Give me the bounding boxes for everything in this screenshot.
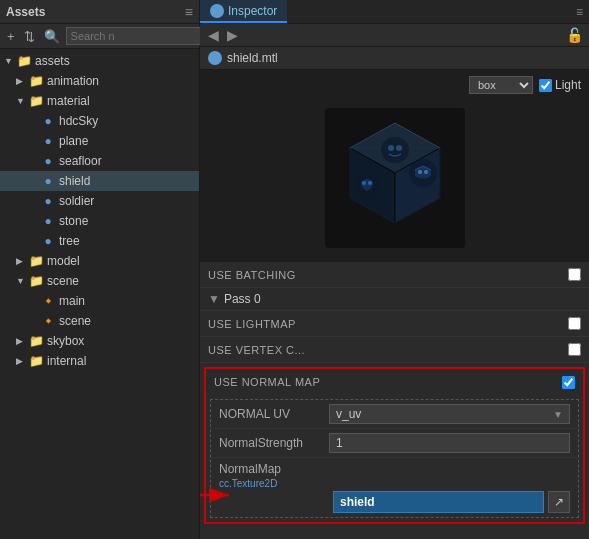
inspector-tab-icon — [210, 4, 224, 18]
svg-point-8 — [396, 145, 402, 151]
use-vertex-label: USE VERTEX C... — [208, 344, 568, 356]
normal-map-pick-button[interactable]: ↗ — [548, 491, 570, 513]
tree-item-soldier[interactable]: ● soldier — [0, 191, 199, 211]
assets-panel: Assets ≡ + ⇅ 🔍 ↖ ↻ ▼ 📁 assets ▶ 📁 animat… — [0, 0, 200, 539]
tree-item-animation[interactable]: ▶ 📁 animation — [0, 71, 199, 91]
normal-map-texture-input[interactable] — [333, 491, 544, 513]
label-assets: assets — [35, 54, 70, 68]
nav-forward-button[interactable]: ▶ — [225, 27, 240, 43]
label-main: main — [59, 294, 85, 308]
normal-strength-input[interactable] — [329, 433, 570, 453]
use-normal-map-checkbox[interactable] — [562, 376, 575, 389]
3d-preview-container — [208, 98, 581, 258]
label-scene-folder: scene — [47, 274, 79, 288]
normal-uv-label: NORMAL UV — [219, 407, 329, 421]
inspector-menu-icon[interactable]: ≡ — [576, 5, 589, 19]
normal-uv-row: NORMAL UV v_uv ▼ — [211, 400, 578, 429]
tree-item-internal[interactable]: ▶ 📁 internal — [0, 351, 199, 371]
nav-arrows: ◀ ▶ — [206, 27, 240, 43]
use-lightmap-label: USE LIGHTMAP — [208, 318, 568, 330]
tree-item-assets[interactable]: ▼ 📁 assets — [0, 51, 199, 71]
folder-icon-skybox: 📁 — [28, 333, 44, 349]
texture-type-hint: cc.Texture2D — [219, 478, 570, 489]
cube-preview-svg — [325, 108, 465, 248]
light-toggle-label[interactable]: Light — [539, 78, 581, 92]
folder-icon-assets: 📁 — [16, 53, 32, 69]
file-icon-stone: ● — [40, 213, 56, 229]
use-batching-checkbox[interactable] — [568, 268, 581, 281]
normal-map-texture-row: NormalMap cc.Texture2D ↗ — [211, 458, 578, 517]
arrow-scene-folder: ▼ — [16, 276, 28, 286]
svg-point-11 — [368, 181, 372, 185]
arrow-assets: ▼ — [4, 56, 16, 66]
folder-icon-animation: 📁 — [28, 73, 44, 89]
tree-item-shield[interactable]: ● shield — [0, 171, 199, 191]
normal-strength-row: NormalStrength — [211, 429, 578, 458]
label-hdcsky: hdcSky — [59, 114, 98, 128]
use-vertex-checkbox[interactable] — [568, 343, 581, 356]
tree-item-skybox[interactable]: ▶ 📁 skybox — [0, 331, 199, 351]
file-icon-soldier: ● — [40, 193, 56, 209]
label-skybox: skybox — [47, 334, 84, 348]
preview-type-select[interactable]: box sphere plane — [469, 76, 533, 94]
use-vertex-row: USE VERTEX C... — [200, 337, 589, 363]
search-button[interactable]: 🔍 — [41, 29, 63, 44]
use-lightmap-checkbox[interactable] — [568, 317, 581, 330]
assets-panel-header: Assets ≡ — [0, 0, 199, 24]
use-batching-label: USE BATCHING — [208, 269, 568, 281]
label-animation: animation — [47, 74, 99, 88]
svg-point-13 — [418, 170, 422, 174]
tree-item-main[interactable]: 🔸 main — [0, 291, 199, 311]
arrow-model: ▶ — [16, 256, 28, 266]
preview-controls: box sphere plane Light — [469, 76, 581, 94]
light-checkbox[interactable] — [539, 79, 552, 92]
assets-toolbar: + ⇅ 🔍 ↖ ↻ — [0, 24, 199, 49]
label-scene-item: scene — [59, 314, 91, 328]
normal-map-header-label: USE NORMAL MAP — [214, 376, 562, 388]
light-label: Light — [555, 78, 581, 92]
tree-item-stone[interactable]: ● stone — [0, 211, 199, 231]
label-material: material — [47, 94, 90, 108]
normal-strength-value — [329, 433, 570, 453]
tree-item-plane[interactable]: ● plane — [0, 131, 199, 151]
inspector-toolbar: ◀ ▶ 🔓 — [200, 24, 589, 47]
inspector-tab-label: Inspector — [228, 4, 277, 18]
label-model: model — [47, 254, 80, 268]
label-tree: tree — [59, 234, 80, 248]
tree-item-seafloor[interactable]: ● seafloor — [0, 151, 199, 171]
normal-uv-value: v_uv ▼ — [329, 404, 570, 424]
tree-item-tree[interactable]: ● tree — [0, 231, 199, 251]
arrow-skybox: ▶ — [16, 336, 28, 346]
label-seafloor: seafloor — [59, 154, 102, 168]
tree-item-scene-folder[interactable]: ▼ 📁 scene — [0, 271, 199, 291]
preview-area: box sphere plane Light — [200, 70, 589, 262]
assets-menu-icon[interactable]: ≡ — [185, 4, 193, 20]
sort-button[interactable]: ⇅ — [21, 29, 38, 44]
assets-panel-title: Assets — [6, 5, 45, 19]
file-type-icon — [208, 51, 222, 65]
file-name-label: shield.mtl — [227, 51, 278, 65]
inspector-tab[interactable]: Inspector — [200, 0, 287, 23]
pass0-header[interactable]: ▼ Pass 0 — [200, 288, 589, 311]
tree-item-material[interactable]: ▼ 📁 material — [0, 91, 199, 111]
tree-item-hdcsky[interactable]: ● hdcSky — [0, 111, 199, 131]
add-button[interactable]: + — [4, 29, 18, 44]
svg-point-6 — [381, 137, 409, 163]
svg-point-7 — [388, 145, 394, 151]
label-stone: stone — [59, 214, 88, 228]
tree-item-scene[interactable]: 🔸 scene — [0, 311, 199, 331]
file-icon-plane: ● — [40, 133, 56, 149]
red-arrow-indicator — [200, 480, 239, 510]
pass0-label: Pass 0 — [224, 292, 261, 306]
pass0-arrow: ▼ — [208, 292, 220, 306]
inspector-content: USE BATCHING ▼ Pass 0 USE LIGHTMAP USE V… — [200, 262, 589, 539]
lock-icon[interactable]: 🔓 — [566, 27, 583, 43]
search-input[interactable] — [66, 27, 214, 45]
tree-item-model[interactable]: ▶ 📁 model — [0, 251, 199, 271]
label-shield: shield — [59, 174, 90, 188]
normal-map-header: USE NORMAL MAP — [206, 369, 583, 395]
use-lightmap-row: USE LIGHTMAP — [200, 311, 589, 337]
nav-back-button[interactable]: ◀ — [206, 27, 221, 43]
normal-uv-dropdown[interactable]: v_uv ▼ — [329, 404, 570, 424]
file-icon-seafloor: ● — [40, 153, 56, 169]
